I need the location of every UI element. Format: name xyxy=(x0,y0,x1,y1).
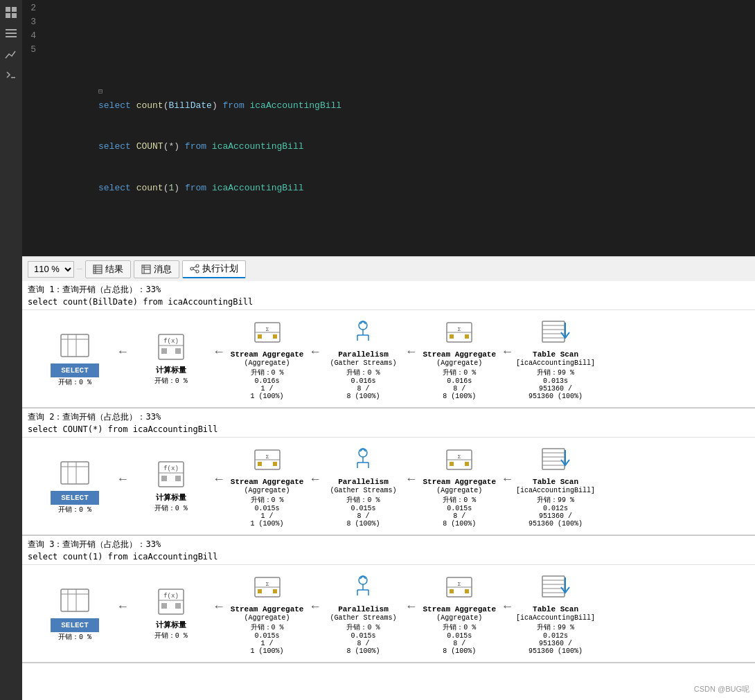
code-line-5: select count(1) from icaAccountingBill xyxy=(44,154,752,168)
arrow-3-1: ← xyxy=(116,600,130,613)
parallel-2-cost4: 8 (100%) xyxy=(346,520,380,528)
calc-icon-1: f(x) xyxy=(156,332,186,362)
calc-icon-2: f(x) xyxy=(156,459,186,490)
query-2-node-select: SELECT 开销：0 % xyxy=(33,458,116,514)
svg-rect-2 xyxy=(6,13,10,18)
parallel-2-cost3: 8 / xyxy=(357,512,369,520)
svg-text:f(x): f(x) xyxy=(163,338,179,345)
stream-agg-icon-3b: Σ xyxy=(444,572,474,602)
parallel-1-cost1: 升销：0 % xyxy=(346,368,380,377)
exec-plan-area: 查询 1：查询开销（占总批）：33% select count(BillDate… xyxy=(22,281,755,700)
line-num-4: 4 xyxy=(28,29,36,43)
stream-agg-2a-cost1: 升销：0 % xyxy=(251,495,284,505)
kw-select-5: select xyxy=(98,183,136,193)
watermark: CSDN @BUG呢 xyxy=(694,684,749,694)
stream-agg-icon-1a: Σ xyxy=(252,317,283,348)
svg-rect-52 xyxy=(61,462,89,484)
query-3-node-stream-agg-1: Σ Stream Aggregate (Aggregate) 升销：0 % 0.… xyxy=(226,572,309,655)
svg-rect-75 xyxy=(465,462,469,466)
parallel-icon-1 xyxy=(348,317,378,348)
parallel-2-subtitle: (Gather Streams) xyxy=(330,487,396,494)
stream-agg-3a-cost2: 0.015s xyxy=(255,632,280,640)
table-scan-1-cost3: 951360 / xyxy=(539,385,572,393)
query-2-node-parallel: Parallelism (Gather Streams) 升销：0 % 0.01… xyxy=(321,445,405,528)
bottom-toolbar: 110 % 100 % 结果 消息 执行计划 xyxy=(22,256,755,281)
parallel-1-cost2: 0.016s xyxy=(350,377,375,385)
table-scan-2-cost4: 951360 (100%) xyxy=(528,520,583,528)
query-3-node-calc: f(x) 计算标量 开销：0 % xyxy=(130,586,213,640)
table-scan-2-title: Table Scan xyxy=(533,478,578,486)
table-scan-icon-1 xyxy=(540,317,571,348)
sidebar-icon-3[interactable] xyxy=(1,44,21,64)
stream-agg-2a-cost2: 0.015s xyxy=(255,505,280,512)
svg-rect-29 xyxy=(161,348,167,354)
code-line-3: ⊟ select count(BillDate) from icaAccount… xyxy=(44,71,752,84)
svg-point-66 xyxy=(359,449,367,457)
svg-point-17 xyxy=(190,267,193,270)
tab-results[interactable]: 结果 xyxy=(85,260,131,278)
query-2-node-stream-agg-2: Σ Stream Aggregate (Aggregate) 升销：0 % 0.… xyxy=(418,445,501,528)
table-scan-3-cost1: 升销：99 % xyxy=(537,622,574,632)
stream-agg-3b-cost2: 0.015s xyxy=(447,632,472,640)
svg-text:Σ: Σ xyxy=(458,326,461,332)
stream-agg-1a-cost3: 1 / xyxy=(261,385,274,393)
calc-title-3: 计算标量 xyxy=(156,620,186,630)
svg-rect-95 xyxy=(273,589,277,593)
line-num-5: 5 xyxy=(28,43,36,57)
stream-agg-1b-cost3: 8 / xyxy=(453,385,465,393)
svg-text:Σ: Σ xyxy=(265,581,269,587)
query-1-node-select: SELECT 开销：0 % xyxy=(33,330,116,387)
svg-point-19 xyxy=(196,270,199,273)
stream-agg-3a-cost4: 1 (100%) xyxy=(251,647,284,655)
query-1-node-parallel: Parallelism (Gather Streams) 升销：0 % 0.01… xyxy=(321,317,405,400)
parallel-2-cost1: 升销：0 % xyxy=(346,495,380,505)
select-label-3: SELECT xyxy=(51,618,99,632)
code-content[interactable]: ⊟ select count(BillDate) from icaAccount… xyxy=(42,0,755,256)
line-num-3: 3 xyxy=(28,15,36,29)
arrow-3-4: ← xyxy=(405,600,418,613)
stream-agg-icon-3a: Σ xyxy=(252,572,283,602)
calc-icon-3: f(x) xyxy=(156,586,186,617)
svg-rect-90 xyxy=(175,603,181,609)
fn-count-3: count xyxy=(136,100,163,111)
stream-agg-2b-subtitle: (Aggregate) xyxy=(436,487,482,494)
tab-exec-plan-label: 执行计划 xyxy=(202,262,238,275)
tab-messages[interactable]: 消息 xyxy=(134,260,179,278)
stream-agg-3a-cost1: 升销：0 % xyxy=(251,622,284,632)
tab-exec-plan[interactable]: 执行计划 xyxy=(182,260,246,278)
fn-count-4: COUNT xyxy=(136,141,163,152)
query-3-title: 查询 3：查询开销（占总批）：33% xyxy=(28,539,749,550)
collapse-icon[interactable]: ⊟ xyxy=(98,88,103,96)
kw-select-3: select xyxy=(98,100,136,111)
sidebar-icon-1[interactable] xyxy=(1,3,21,22)
arrow-1-3: ← xyxy=(309,345,322,359)
stream-agg-icon-2b: Σ xyxy=(444,445,474,475)
svg-text:Σ: Σ xyxy=(265,326,269,332)
svg-rect-45 xyxy=(465,334,469,339)
query-3-section: 查询 3：查询开销（占总批）：33% select count(1) from … xyxy=(22,536,755,663)
parallel-1-title: Parallelism xyxy=(338,350,389,359)
stream-agg-3b-cost3: 8 / xyxy=(453,640,465,647)
stream-agg-3b-cost1: 升销：0 % xyxy=(443,622,476,632)
svg-line-20 xyxy=(193,267,196,268)
query-1-section: 查询 1：查询开销（占总批）：33% select count(BillDate… xyxy=(22,281,755,409)
svg-rect-0 xyxy=(6,7,10,12)
arrow-2-5: ← xyxy=(501,472,514,486)
query-1-node-stream-agg-2: Σ Stream Aggregate (Aggregate) 升销：0 % 0.… xyxy=(418,317,501,400)
svg-text:f(x): f(x) xyxy=(163,465,179,472)
sidebar xyxy=(0,0,22,700)
table-scan-3-title: Table Scan xyxy=(533,605,578,613)
sidebar-icon-2[interactable] xyxy=(1,24,21,43)
svg-rect-6 xyxy=(6,36,17,37)
stream-agg-2a-title: Stream Aggregate xyxy=(231,478,304,486)
svg-rect-65 xyxy=(273,462,277,466)
stream-agg-2a-subtitle: (Aggregate) xyxy=(245,487,290,494)
sidebar-icon-4[interactable] xyxy=(1,65,21,84)
arrow-2-4: ← xyxy=(405,472,418,486)
table-scan-3-cost4: 951360 (100%) xyxy=(528,647,583,655)
parallel-3-cost1: 升销：0 % xyxy=(346,622,380,632)
svg-rect-30 xyxy=(175,348,181,354)
zoom-select[interactable]: 110 % 100 % xyxy=(28,261,74,278)
svg-rect-74 xyxy=(450,462,454,466)
arrow-2-3: ← xyxy=(309,472,322,486)
